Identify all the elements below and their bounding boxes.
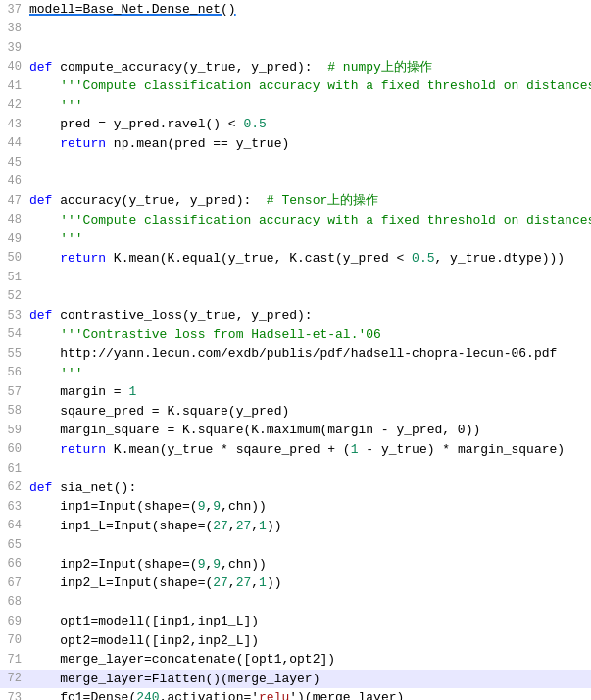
line-content: inp1=Input(shape=(9,9,chn)) [29, 497, 591, 517]
line-content: margin_square = K.square(K.maximum(margi… [29, 421, 591, 440]
line-content: '''Compute classification accuracy with … [29, 211, 591, 230]
line-68: 68 [0, 593, 591, 613]
line-content: '''Compute classification accuracy with … [29, 76, 591, 96]
line-55: 55 http://yann.lecun.com/exdb/publis/pdf… [0, 344, 591, 364]
line-number: 73 [0, 689, 29, 700]
line-64: 64 inp1_L=Input(shape=(27,27,1)) [0, 517, 591, 536]
line-70: 70 opt2=modell([inp2,inp2_L]) [0, 631, 591, 651]
line-66: 66 inp2=Input(shape=(9,9,chn)) [0, 555, 591, 575]
line-46: 46 [0, 173, 591, 192]
line-number: 40 [0, 58, 29, 75]
line-number: 44 [0, 134, 29, 152]
line-number: 61 [0, 460, 29, 477]
line-number: 56 [0, 364, 29, 381]
line-content: ''' [29, 229, 591, 249]
line-number: 58 [0, 402, 29, 420]
line-number: 70 [0, 631, 29, 649]
line-number: 50 [0, 249, 29, 267]
line-number: 43 [0, 116, 29, 133]
line-content: pred = y_pred.ravel() < 0.5 [29, 115, 591, 134]
line-number: 65 [0, 536, 29, 554]
line-content: ''' [29, 364, 591, 383]
line-number: 41 [0, 77, 29, 95]
line-content: def sia_net(): [29, 478, 591, 498]
line-37: 37modell=Base_Net.Dense_net() [0, 0, 591, 20]
line-67: 67 inp2_L=Input(shape=(27,27,1)) [0, 574, 591, 593]
line-content: margin = 1 [29, 382, 591, 402]
line-number: 66 [0, 555, 29, 573]
line-number: 38 [0, 20, 29, 37]
line-58: 58 sqaure_pred = K.square(y_pred) [0, 402, 591, 422]
line-56: 56 ''' [0, 364, 591, 383]
line-69: 69 opt1=modell([inp1,inp1_L]) [0, 612, 591, 631]
line-number: 53 [0, 307, 29, 325]
line-53: 53def contrastive_loss(y_true, y_pred): [0, 306, 591, 325]
line-number: 47 [0, 192, 29, 210]
line-content: return K.mean(y_true * sqaure_pred + (1 … [29, 440, 591, 460]
line-content: ''' [29, 96, 591, 116]
line-content: opt2=modell([inp2,inp2_L]) [29, 631, 591, 651]
code-editor: 37modell=Base_Net.Dense_net()383940def c… [0, 0, 591, 700]
line-number: 55 [0, 345, 29, 363]
line-number: 51 [0, 269, 29, 286]
line-39: 39 [0, 38, 591, 58]
line-number: 63 [0, 498, 29, 516]
line-54: 54 '''Contrastive loss from Hadsell-et-a… [0, 325, 591, 345]
line-number: 59 [0, 422, 29, 439]
line-71: 71 merge_layer=concatenate([opt1,opt2]) [0, 650, 591, 670]
line-content: merge_layer=Flatten()(merge_layer) [29, 670, 591, 689]
line-content: fc1=Dense(240,activation='relu')(merge_l… [29, 688, 591, 700]
line-57: 57 margin = 1 [0, 382, 591, 402]
line-42: 42 ''' [0, 96, 591, 116]
line-51: 51 [0, 268, 591, 287]
line-content: opt1=modell([inp1,inp1_L]) [29, 612, 591, 631]
line-content: merge_layer=concatenate([opt1,opt2]) [29, 650, 591, 670]
line-number: 42 [0, 96, 29, 114]
line-number: 69 [0, 613, 29, 630]
line-48: 48 '''Compute classification accuracy wi… [0, 211, 591, 230]
line-47: 47def accuracy(y_true, y_pred): # Tensor… [0, 191, 591, 211]
line-number: 62 [0, 478, 29, 496]
line-number: 49 [0, 230, 29, 248]
line-number: 48 [0, 211, 29, 228]
line-63: 63 inp1=Input(shape=(9,9,chn)) [0, 497, 591, 517]
line-content: sqaure_pred = K.square(y_pred) [29, 402, 591, 422]
line-60: 60 return K.mean(y_true * sqaure_pred + … [0, 440, 591, 460]
line-41: 41 '''Compute classification accuracy wi… [0, 76, 591, 96]
line-number: 37 [0, 1, 29, 19]
line-content: modell=Base_Net.Dense_net() [29, 0, 591, 20]
line-content: inp1_L=Input(shape=(27,27,1)) [29, 517, 591, 536]
line-content: return np.mean(pred == y_true) [29, 134, 591, 154]
line-49: 49 ''' [0, 229, 591, 249]
line-61: 61 [0, 459, 591, 478]
line-72: 72 merge_layer=Flatten()(merge_layer) [0, 670, 591, 689]
line-number: 54 [0, 325, 29, 343]
line-content: http://yann.lecun.com/exdb/publis/pdf/ha… [29, 344, 591, 364]
line-content: def contrastive_loss(y_true, y_pred): [29, 306, 591, 325]
line-number: 68 [0, 593, 29, 611]
line-52: 52 [0, 287, 591, 307]
line-content: def compute_accuracy(y_true, y_pred): # … [29, 58, 591, 77]
line-44: 44 return np.mean(pred == y_true) [0, 134, 591, 154]
line-number: 39 [0, 39, 29, 57]
line-number: 52 [0, 287, 29, 305]
line-number: 72 [0, 670, 29, 687]
line-50: 50 return K.mean(K.equal(y_true, K.cast(… [0, 249, 591, 269]
line-number: 45 [0, 154, 29, 172]
line-content: inp2=Input(shape=(9,9,chn)) [29, 555, 591, 575]
line-content: '''Contrastive loss from Hadsell-et-al.'… [29, 325, 591, 345]
line-number: 67 [0, 575, 29, 592]
line-content: return K.mean(K.equal(y_true, K.cast(y_p… [29, 249, 591, 269]
line-65: 65 [0, 535, 591, 555]
line-number: 46 [0, 173, 29, 190]
line-45: 45 [0, 153, 591, 173]
line-59: 59 margin_square = K.square(K.maximum(ma… [0, 421, 591, 440]
line-number: 60 [0, 440, 29, 458]
line-content: def accuracy(y_true, y_pred): # Tensor上的… [29, 191, 591, 211]
line-38: 38 [0, 20, 591, 39]
line-number: 71 [0, 651, 29, 669]
line-73: 73 fc1=Dense(240,activation='relu')(merg… [0, 688, 591, 700]
line-40: 40def compute_accuracy(y_true, y_pred): … [0, 58, 591, 77]
line-43: 43 pred = y_pred.ravel() < 0.5 [0, 115, 591, 134]
line-number: 57 [0, 383, 29, 401]
